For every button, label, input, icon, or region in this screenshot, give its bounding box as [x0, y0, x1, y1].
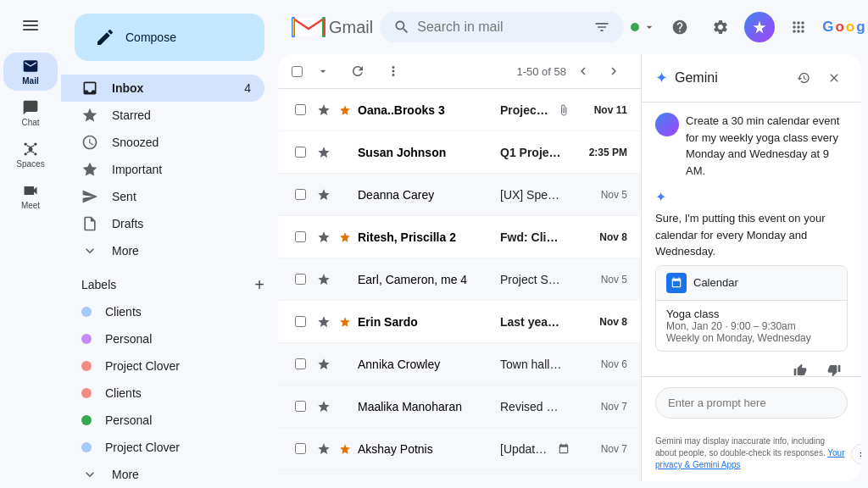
label-clients1[interactable]: Clients	[61, 298, 264, 325]
sidebar-item-spaces[interactable]: Spaces	[3, 136, 58, 174]
row-checkbox[interactable]	[295, 274, 306, 285]
row-checkbox[interactable]	[295, 358, 306, 369]
svg-line-11	[27, 152, 31, 153]
status-indicator	[631, 20, 656, 34]
nav-item-more2[interactable]: More	[61, 461, 264, 488]
svg-point-7	[25, 152, 27, 155]
nav-item-inbox[interactable]: Inbox 4	[61, 75, 264, 102]
search-input[interactable]	[417, 19, 587, 35]
row-checkbox[interactable]	[295, 401, 306, 412]
important-marker-icon	[339, 316, 351, 328]
svg-point-5	[25, 143, 27, 146]
sidebar-item-meet[interactable]: Meet	[3, 177, 58, 215]
nav-item-sent[interactable]: Sent	[61, 183, 264, 210]
star-button[interactable]	[315, 103, 332, 117]
label-dot-clients2	[81, 388, 92, 398]
nav-item-more1[interactable]: More	[61, 237, 264, 264]
more-options-button[interactable]	[379, 60, 408, 82]
thumbs-down-button[interactable]	[821, 357, 848, 377]
label-project-clover1[interactable]: Project Clover	[61, 352, 264, 380]
gemini-button[interactable]	[744, 12, 775, 42]
sidebar-item-mail[interactable]: Mail	[3, 53, 58, 91]
label-project-clover2[interactable]: Project Clover	[61, 434, 264, 461]
row-checkbox[interactable]	[295, 147, 306, 158]
row-checkbox-area	[292, 443, 309, 454]
compose-button[interactable]: Compose	[75, 14, 264, 61]
star-button[interactable]	[315, 315, 332, 329]
gemini-close-button[interactable]	[821, 64, 848, 92]
nav-item-drafts[interactable]: Drafts	[61, 210, 264, 237]
email-subject: Last year's EMEA strategy deck	[500, 315, 563, 329]
label-clients2[interactable]: Clients	[61, 380, 264, 407]
email-row[interactable]: Diogo, Bo 3 Re: Corp strategy slides? — …	[278, 470, 641, 481]
email-date: Nov 5	[576, 274, 627, 286]
topbar-actions: Google A	[631, 10, 868, 44]
email-row[interactable]: Deanna Carey [UX] Special delivery! This…	[278, 174, 641, 216]
gemini-prompt-input[interactable]	[655, 387, 848, 419]
star-button[interactable]	[315, 273, 332, 286]
apps-button[interactable]	[782, 10, 815, 44]
email-subject-preview: Last year's EMEA strategy deck — ...	[500, 315, 563, 329]
row-checkbox[interactable]	[295, 316, 306, 327]
search-filter-icon[interactable]	[593, 19, 610, 36]
next-page-button[interactable]	[600, 58, 627, 85]
sidebar-item-chat[interactable]: Chat	[3, 94, 58, 132]
select-all-checkbox[interactable]	[292, 66, 303, 77]
refresh-button[interactable]	[343, 60, 372, 82]
row-checkbox[interactable]	[295, 104, 306, 115]
email-row[interactable]: Akshay Potnis [Updated invitation] Midwe…	[278, 428, 641, 470]
email-subject-preview: Project Skylight 1-pager — Overall, it..…	[500, 273, 563, 286]
more1-label: More	[112, 244, 251, 258]
settings-button[interactable]	[704, 10, 737, 44]
email-row[interactable]: Annika Crowley Town hall on the upcoming…	[278, 343, 641, 385]
nav-item-snoozed[interactable]: Snoozed	[61, 129, 264, 156]
nav-item-starred[interactable]: Starred	[61, 102, 264, 129]
star-button[interactable]	[315, 230, 332, 244]
email-row[interactable]: Susan Johnson Q1 Project wrap-up — Hey A…	[278, 131, 641, 174]
label-name-clients2: Clients	[105, 386, 142, 400]
email-row[interactable]: Erin Sardo Last year's EMEA strategy dec…	[278, 301, 641, 343]
email-row[interactable]: Earl, Cameron, me 4 Project Skylight 1-p…	[278, 258, 641, 301]
chevron-down-icon[interactable]	[643, 20, 656, 34]
row-checkbox[interactable]	[295, 231, 306, 242]
calendar-icon	[666, 273, 687, 293]
email-sender: Ritesh, Priscilla 2	[358, 230, 493, 244]
email-date: Nov 5	[576, 189, 627, 201]
label-personal2[interactable]: Personal	[61, 407, 264, 434]
star-button[interactable]	[315, 358, 332, 371]
label-dot-personal1	[81, 334, 92, 344]
row-checkbox[interactable]	[295, 443, 306, 454]
label-personal1[interactable]: Personal	[61, 325, 264, 352]
email-date: Nov 11	[576, 104, 627, 116]
chat-label: Chat	[21, 118, 39, 127]
nav-item-important[interactable]: Important	[61, 156, 264, 183]
labels-title: Labels	[81, 278, 116, 291]
labels-add-button[interactable]: +	[254, 275, 264, 295]
search-bar[interactable]	[380, 12, 624, 42]
star-button[interactable]	[315, 188, 332, 202]
email-date: Nov 7	[576, 443, 627, 455]
more2-label: More	[112, 468, 251, 481]
help-button[interactable]	[663, 10, 697, 44]
prev-page-button[interactable]	[570, 58, 597, 85]
thumbs-up-button[interactable]	[787, 357, 814, 377]
important-marker-icon	[339, 443, 351, 455]
email-subject-preview: Fwd: Client resources for Q3 — Ritesh,..…	[500, 230, 563, 244]
hamburger-menu[interactable]	[14, 8, 47, 42]
email-row[interactable]: Oana..Brooks 3 Project Deadline — Here's…	[278, 89, 641, 131]
email-row[interactable]: Maalika Manoharan Revised organic search…	[278, 385, 641, 428]
calendar-card: Calendar Yoga class Mon, Jan 20 · 9:00 –…	[655, 265, 848, 352]
select-dropdown-button[interactable]	[309, 61, 337, 81]
gemini-footer-text: Gemini may display inaccurate info, incl…	[655, 436, 826, 458]
email-row[interactable]: Ritesh, Priscilla 2 Fwd: Client resource…	[278, 216, 641, 258]
gemini-header: ✦ Gemini	[642, 54, 861, 103]
starred-label: Starred	[112, 108, 251, 122]
gemini-star-icon: ✦	[655, 69, 668, 87]
calendar-card-header: Calendar	[656, 266, 847, 301]
star-button[interactable]	[315, 442, 332, 456]
star-button[interactable]	[315, 146, 332, 159]
gemini-history-button[interactable]	[790, 64, 817, 92]
label-dot-personal2	[81, 415, 92, 425]
star-button[interactable]	[315, 400, 332, 413]
row-checkbox[interactable]	[295, 189, 306, 200]
